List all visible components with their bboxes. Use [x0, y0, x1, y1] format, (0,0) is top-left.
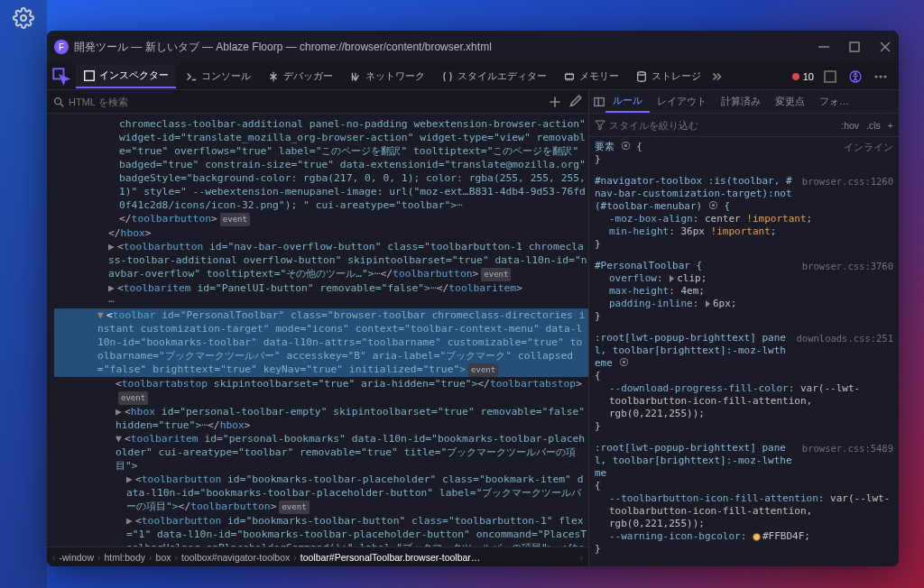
rule-block[interactable]: #navigator-toolbox :is(toolbar, #nav-bar…	[595, 175, 893, 251]
event-badge[interactable]: event	[481, 268, 511, 281]
expand-icon[interactable]: ▶	[126, 473, 135, 486]
tab-inspector[interactable]: インスペクター	[76, 64, 176, 88]
tree-node[interactable]: ▶<toolbarbutton id="bookmarks-toolbar-bu…	[54, 514, 588, 547]
rules-tab-changes[interactable]: 変更点	[768, 91, 812, 112]
tree-node[interactable]: ▶<toolbarbutton id="bookmarks-toolbar-pl…	[54, 473, 588, 514]
add-node-icon[interactable]	[547, 94, 563, 110]
rule-block[interactable]: :root:-moz-lwtheme-brighttext, :root too…	[595, 565, 893, 566]
minimize-icon[interactable]	[818, 41, 830, 53]
tab-network[interactable]: ネットワーク	[342, 65, 432, 87]
expand-icon[interactable]: ▶	[108, 240, 117, 253]
devtools-window: F 開発ツール — 新しいタブ — Ablaze Floorp — chrome…	[47, 31, 899, 566]
collapse-icon[interactable]: ▼	[116, 432, 125, 446]
rule-block[interactable]: :root[lwt-popup-brighttext] panel, toolb…	[595, 442, 893, 556]
rules-tab-fonts[interactable]: フォ…	[812, 91, 856, 112]
chevron-right-icon[interactable]: ›	[580, 552, 584, 563]
html-tree[interactable]: chromeclass-toolbar-additional panel-no-…	[47, 114, 588, 547]
tree-node[interactable]: ▶<hbox id="personal-toolbar-empty" skipi…	[54, 405, 588, 432]
rule-block[interactable]: 要素 ⦿ {インライン}	[595, 141, 893, 166]
tab-storage[interactable]: ストレージ	[628, 65, 708, 87]
rule-selector[interactable]: :root[lwt-popup-brighttext] panel, toolb…	[595, 442, 795, 480]
rule-selector[interactable]: 要素	[595, 141, 614, 152]
tree-node[interactable]: ⋯	[54, 295, 588, 308]
expand-icon[interactable]: ▶	[116, 405, 125, 418]
rule-source[interactable]: downloads.css:251	[797, 332, 893, 345]
color-swatch[interactable]	[753, 533, 761, 541]
toggle-pane-icon[interactable]	[593, 96, 605, 108]
accessibility-icon[interactable]	[846, 68, 864, 86]
svg-rect-6	[85, 70, 95, 80]
rule-block[interactable]: #PersonalToolbar {browser.css:3760 overf…	[595, 260, 893, 323]
svg-point-15	[55, 97, 61, 104]
event-badge[interactable]: event	[468, 363, 498, 377]
main-content: chromeclass-toolbar-additional panel-no-…	[47, 90, 899, 566]
settings-badge-icon[interactable]	[821, 68, 839, 86]
element-picker-icon[interactable]	[52, 68, 70, 86]
crumb-active[interactable]: toolbar#PersonalToolbar.browser-toolbar…	[297, 552, 485, 563]
svg-rect-9	[825, 71, 836, 82]
gear-icon[interactable]	[13, 7, 34, 29]
crumb[interactable]: html:body	[101, 552, 150, 563]
collapse-icon[interactable]: ▼	[97, 308, 106, 322]
tab-styleeditor[interactable]: スタイルエディター	[434, 65, 554, 87]
tree-node[interactable]: </toolbarbutton>event	[54, 212, 588, 226]
tab-memory[interactable]: メモリー	[556, 65, 626, 87]
expand-icon[interactable]: ▶	[108, 281, 117, 295]
tree-node[interactable]: </hbox>	[54, 226, 588, 240]
rules-filter-row: :hov .cls +	[589, 114, 899, 137]
funnel-icon	[595, 120, 605, 131]
event-badge[interactable]: event	[220, 213, 250, 226]
tabs-overflow-icon[interactable]	[710, 70, 723, 83]
cls-toggle[interactable]: .cls	[866, 120, 881, 131]
kebab-menu-icon[interactable]	[872, 68, 890, 86]
svg-point-0	[21, 15, 26, 21]
svg-point-11	[855, 73, 856, 75]
svg-rect-7	[566, 74, 574, 78]
tab-debugger[interactable]: デバッガー	[260, 65, 340, 87]
tree-node[interactable]: ▼<toolbaritem id="personal-bookmarks" da…	[54, 432, 588, 473]
rule-block[interactable]: :root[lwt-popup-brighttext] panel, toolb…	[595, 332, 893, 433]
expand-icon[interactable]: ▶	[126, 514, 135, 528]
rule-selector[interactable]: :root[lwt-popup-brighttext] panel, toolb…	[595, 332, 790, 370]
crumb[interactable]: toolbox#navigator-toolbox	[178, 552, 293, 563]
hov-toggle[interactable]: :hov	[841, 120, 859, 131]
rule-source[interactable]: browser.css:5489	[802, 442, 893, 455]
rule-source[interactable]: browser.css:1260	[802, 175, 893, 188]
event-badge[interactable]: event	[279, 501, 309, 514]
rules-filter-input[interactable]	[609, 120, 841, 131]
search-icon	[52, 96, 65, 108]
tab-console[interactable]: コンソール	[178, 65, 258, 87]
rules-tab-layout[interactable]: レイアウト	[650, 91, 714, 112]
event-badge[interactable]: event	[118, 391, 148, 405]
tree-node[interactable]: ▶<toolbaritem id="PanelUI-button" remova…	[54, 281, 588, 295]
tree-node[interactable]: chromeclass-toolbar-additional panel-no-…	[54, 117, 588, 212]
rules-tab-computed[interactable]: 計算済み	[714, 91, 768, 112]
rule-selector[interactable]: #PersonalToolbar {	[595, 260, 795, 272]
tree-node[interactable]: ▶<toolbarbutton id="nav-bar-overflow-but…	[54, 240, 588, 281]
rules-body[interactable]: 要素 ⦿ {インライン} #navigator-toolbox :is(tool…	[589, 137, 899, 566]
add-rule-icon[interactable]: +	[888, 120, 893, 131]
network-icon	[349, 70, 362, 83]
titlebar: F 開発ツール — 新しいタブ — Ablaze Floorp — chrome…	[47, 31, 899, 63]
rules-tab-rules[interactable]: ルール	[605, 90, 650, 113]
rule-source[interactable]: browser.css:1709	[802, 565, 893, 566]
app-icon: F	[54, 40, 69, 54]
target-icon[interactable]: ⦿	[621, 141, 631, 152]
rule-selector[interactable]: #navigator-toolbox :is(toolbar, #nav-bar…	[595, 175, 795, 213]
error-count-badge[interactable]: 10	[792, 71, 814, 82]
expand-icon[interactable]	[706, 300, 710, 308]
close-icon[interactable]	[879, 41, 892, 53]
html-search-row	[47, 90, 588, 114]
maximize-icon[interactable]	[848, 41, 861, 53]
rule-selector[interactable]: :root:-moz-lwtheme-brighttext, :root too…	[595, 565, 795, 566]
crumb[interactable]: box	[152, 552, 175, 563]
crumb[interactable]: -window	[56, 552, 98, 563]
html-search-input[interactable]	[65, 96, 543, 107]
eyedropper-icon[interactable]	[567, 94, 583, 110]
tree-node[interactable]: <toolbartabstop skipintoolbarset="true" …	[54, 377, 588, 405]
tree-node-selected[interactable]: ▼<toolbar id="PersonalToolbar" class="br…	[54, 308, 588, 377]
devtools-toolbar: インスペクター コンソール デバッガー ネットワーク スタイルエディター メモリ…	[47, 63, 899, 90]
rule-source: インライン	[844, 141, 893, 153]
rule-source[interactable]: browser.css:3760	[802, 260, 893, 272]
expand-icon[interactable]	[670, 275, 674, 282]
